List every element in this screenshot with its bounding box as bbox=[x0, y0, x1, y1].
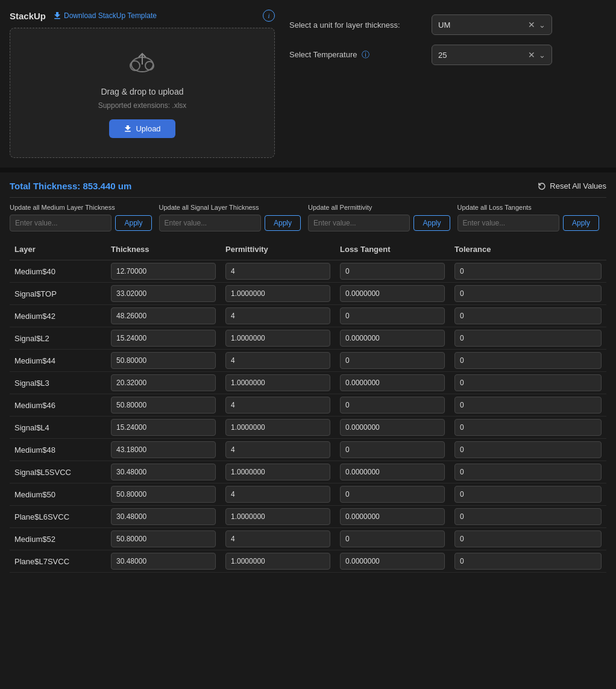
permittivity-input[interactable] bbox=[225, 530, 330, 547]
permittivity-input[interactable] bbox=[225, 486, 330, 503]
thickness-input[interactable] bbox=[111, 374, 216, 391]
thickness-input[interactable] bbox=[111, 263, 216, 280]
loss-update-input[interactable] bbox=[457, 215, 559, 231]
signal-update-input[interactable] bbox=[159, 215, 261, 231]
temp-clear-icon[interactable]: ✕ bbox=[528, 50, 535, 60]
loss-update-group: Update all Loss Tangents Apply bbox=[457, 204, 607, 231]
tolerance-input[interactable] bbox=[454, 486, 602, 503]
unit-select[interactable]: UM ✕ ⌄ bbox=[432, 14, 552, 35]
cell-thickness bbox=[106, 528, 221, 550]
permittivity-update-label: Update all Permittivity bbox=[308, 204, 450, 211]
cell-loss-tangent bbox=[335, 528, 450, 550]
info-icon[interactable]: i bbox=[263, 10, 275, 22]
medium-update-input[interactable] bbox=[10, 215, 112, 231]
unit-select-controls: ✕ ⌄ bbox=[528, 20, 545, 30]
permittivity-input[interactable] bbox=[225, 374, 330, 391]
permittivity-input[interactable] bbox=[225, 352, 330, 369]
signal-update-group: Update all Signal Layer Thickness Apply bbox=[159, 204, 309, 231]
tolerance-input[interactable] bbox=[454, 419, 602, 436]
permittivity-input[interactable] bbox=[225, 419, 330, 436]
thickness-input[interactable] bbox=[111, 285, 216, 302]
loss-tangent-input[interactable] bbox=[340, 464, 445, 480]
signal-update-label: Update all Signal Layer Thickness bbox=[159, 204, 301, 211]
permittivity-input[interactable] bbox=[225, 508, 330, 525]
tolerance-input[interactable] bbox=[454, 508, 602, 525]
cell-thickness bbox=[106, 327, 221, 350]
upload-button[interactable]: Upload bbox=[109, 119, 175, 138]
thickness-input[interactable] bbox=[111, 307, 216, 324]
loss-tangent-input[interactable] bbox=[340, 330, 445, 347]
cell-loss-tangent bbox=[335, 461, 450, 483]
tolerance-input[interactable] bbox=[454, 530, 602, 547]
loss-tangent-input[interactable] bbox=[340, 263, 445, 280]
permittivity-input[interactable] bbox=[225, 307, 330, 324]
thickness-input[interactable] bbox=[111, 486, 216, 503]
permittivity-input[interactable] bbox=[225, 441, 330, 458]
thickness-input[interactable] bbox=[111, 530, 216, 547]
thickness-input[interactable] bbox=[111, 441, 216, 458]
upload-area[interactable]: Drag & drop to upload Supported extensio… bbox=[10, 28, 275, 158]
loss-tangent-input[interactable] bbox=[340, 508, 445, 525]
temp-info-icon[interactable]: ⓘ bbox=[362, 50, 369, 59]
permittivity-input-row: Apply bbox=[308, 215, 450, 231]
permittivity-input[interactable] bbox=[225, 285, 330, 302]
cell-thickness bbox=[106, 260, 221, 283]
loss-tangent-input[interactable] bbox=[340, 352, 445, 369]
loss-tangent-input[interactable] bbox=[340, 441, 445, 458]
thickness-input[interactable] bbox=[111, 508, 216, 525]
thickness-input[interactable] bbox=[111, 397, 216, 414]
loss-apply-button[interactable]: Apply bbox=[563, 215, 599, 231]
loss-tangent-input[interactable] bbox=[340, 530, 445, 547]
tolerance-input[interactable] bbox=[454, 553, 602, 570]
permittivity-input[interactable] bbox=[225, 464, 330, 480]
cell-thickness bbox=[106, 461, 221, 483]
tolerance-input[interactable] bbox=[454, 441, 602, 458]
unit-chevron-icon[interactable]: ⌄ bbox=[539, 20, 545, 30]
cell-thickness bbox=[106, 506, 221, 528]
cell-permittivity bbox=[221, 439, 335, 461]
thickness-input[interactable] bbox=[111, 419, 216, 436]
thickness-input[interactable] bbox=[111, 352, 216, 369]
app-title: StackUp bbox=[10, 11, 46, 21]
tolerance-input[interactable] bbox=[454, 464, 602, 480]
tolerance-input[interactable] bbox=[454, 330, 602, 347]
loss-tangent-input[interactable] bbox=[340, 285, 445, 302]
temp-select[interactable]: 25 ✕ ⌄ bbox=[432, 45, 552, 65]
reset-all-button[interactable]: Reset All Values bbox=[538, 181, 606, 190]
loss-tangent-input[interactable] bbox=[340, 307, 445, 324]
cell-permittivity bbox=[221, 461, 335, 483]
cell-permittivity bbox=[221, 528, 335, 550]
loss-tangent-input[interactable] bbox=[340, 419, 445, 436]
permittivity-apply-button[interactable]: Apply bbox=[413, 215, 450, 231]
tolerance-input[interactable] bbox=[454, 285, 602, 302]
signal-apply-button[interactable]: Apply bbox=[265, 215, 301, 231]
loss-tangent-input[interactable] bbox=[340, 374, 445, 391]
permittivity-input[interactable] bbox=[225, 263, 330, 280]
unit-row: Select a unit for layer thickness: UM ✕ … bbox=[289, 14, 606, 35]
thickness-input[interactable] bbox=[111, 330, 216, 347]
cell-permittivity bbox=[221, 350, 335, 372]
unit-label: Select a unit for layer thickness: bbox=[289, 20, 422, 30]
temp-chevron-icon[interactable]: ⌄ bbox=[539, 51, 545, 60]
cell-thickness bbox=[106, 305, 221, 327]
loss-tangent-input[interactable] bbox=[340, 553, 445, 570]
download-icon bbox=[53, 11, 61, 20]
tolerance-input[interactable] bbox=[454, 397, 602, 414]
thickness-input[interactable] bbox=[111, 464, 216, 480]
loss-tangent-input[interactable] bbox=[340, 486, 445, 503]
col-header-loss: Loss Tangent bbox=[335, 239, 450, 260]
tolerance-input[interactable] bbox=[454, 307, 602, 324]
unit-clear-icon[interactable]: ✕ bbox=[528, 20, 535, 30]
permittivity-input[interactable] bbox=[225, 397, 330, 414]
tolerance-input[interactable] bbox=[454, 352, 602, 369]
cell-loss-tangent bbox=[335, 417, 450, 439]
tolerance-input[interactable] bbox=[454, 263, 602, 280]
medium-apply-button[interactable]: Apply bbox=[115, 215, 151, 231]
thickness-input[interactable] bbox=[111, 553, 216, 570]
permittivity-update-input[interactable] bbox=[308, 215, 410, 231]
loss-tangent-input[interactable] bbox=[340, 397, 445, 414]
permittivity-input[interactable] bbox=[225, 330, 330, 347]
permittivity-input[interactable] bbox=[225, 553, 330, 570]
download-link[interactable]: Download StackUp Template bbox=[53, 11, 157, 20]
tolerance-input[interactable] bbox=[454, 374, 602, 391]
